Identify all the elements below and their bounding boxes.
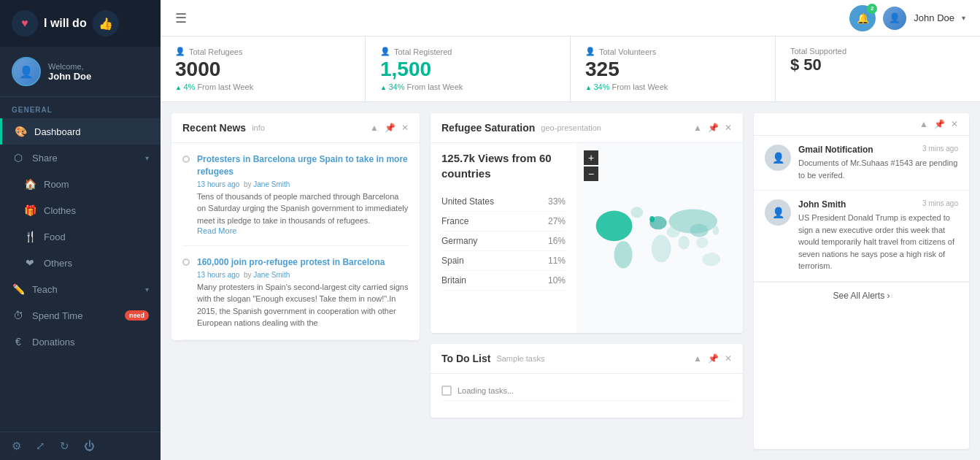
up-icon[interactable]: ▲: [919, 119, 928, 129]
sidebar-item-donations[interactable]: € Donations: [0, 329, 161, 355]
avatar-image: 👤: [13, 58, 39, 85]
power-icon[interactable]: ⏻: [84, 440, 95, 453]
logo[interactable]: ♥ I will do 👍: [12, 10, 119, 37]
expand-icon[interactable]: ⤢: [36, 440, 45, 453]
news-author: Jane Smith: [253, 271, 290, 279]
zoom-in-button[interactable]: +: [584, 150, 598, 165]
news-card-header: Recent News info ▲ 📌 ✕: [171, 113, 420, 143]
close-icon[interactable]: ✕: [725, 123, 732, 133]
up-icon[interactable]: ▲: [370, 123, 379, 133]
sidebar-item-label: Share: [32, 153, 138, 164]
sidebar-item-label: Spend Time: [32, 310, 117, 321]
stat-supported: Total Supported $ 50: [776, 37, 980, 101]
main-content: ☰ 🔔 2 👤 John Doe ▾ 👤 Total Refugees 3000…: [161, 0, 980, 460]
up-icon[interactable]: ▲: [693, 123, 702, 133]
news-meta: 13 hours ago by Jane Smith: [197, 271, 409, 279]
pin-icon[interactable]: 📌: [385, 123, 396, 133]
change-text: From last Week: [197, 83, 253, 91]
country-pct: 10%: [548, 275, 566, 285]
sidebar-header: ♥ I will do 👍: [0, 0, 161, 47]
sidebar-item-others[interactable]: ❤ Others: [0, 250, 161, 276]
zoom-out-button[interactable]: −: [584, 166, 598, 181]
topbar-username[interactable]: John Doe: [914, 12, 954, 23]
user-name: John Doe: [48, 71, 91, 82]
news-item: 160,000 join pro-refugee protest in Barc…: [182, 246, 409, 340]
hamburger-icon[interactable]: ☰: [175, 10, 187, 26]
notifications-panel: ▲ 📌 ✕ 👤 Gmail Notification 3 mins ago Do…: [754, 113, 969, 449]
refresh-icon[interactable]: ↻: [60, 440, 69, 453]
close-icon[interactable]: ✕: [725, 353, 732, 364]
notification-footer: See All Alerts ›: [754, 282, 969, 308]
stat-value: 3000: [175, 58, 350, 81]
news-meta: 13 hours ago by Jane Smith: [197, 180, 409, 188]
topbar: ☰ 🔔 2 👤 John Doe ▾: [161, 0, 980, 37]
sidebar-item-spend-time[interactable]: ⏱ Spend Time need: [0, 302, 161, 329]
sidebar-item-label: Others: [44, 258, 149, 269]
notification-text: US President Donald Trump is expected to…: [798, 212, 958, 272]
notification-header: John Smith 3 mins ago: [798, 199, 958, 210]
notification-header: Gmail Notification 3 mins ago: [798, 145, 958, 155]
donations-icon: €: [12, 336, 25, 348]
news-item-title[interactable]: Protesters in Barcelona urge Spain to ta…: [197, 153, 409, 178]
sidebar-item-teach[interactable]: ✏️ Teach ▾: [0, 276, 161, 302]
read-more-link[interactable]: Read More: [197, 226, 409, 235]
clothes-icon: 🎁: [23, 204, 36, 216]
news-item-title[interactable]: 160,000 join pro-refugee protest in Barc…: [197, 256, 409, 269]
up-icon[interactable]: ▲: [693, 353, 702, 364]
notification-bell[interactable]: 🔔 2: [849, 5, 876, 31]
card-controls: ▲ 📌 ✕: [693, 353, 732, 364]
logo-text: I will do: [44, 17, 87, 30]
country-name: Germany: [441, 236, 477, 246]
sidebar-item-clothes[interactable]: 🎁 Clothes: [0, 197, 161, 223]
todo-header: To Do List Sample tasks ▲ 📌 ✕: [431, 344, 743, 374]
left-column: Recent News info ▲ 📌 ✕ Protesters in Bar…: [171, 113, 420, 449]
country-pct: 27%: [548, 216, 566, 226]
see-all-alerts-link[interactable]: See All Alerts ›: [833, 291, 890, 301]
stat-volunteers: 👤 Total Volunteers 325 34% From last Wee…: [571, 37, 776, 101]
svg-point-4: [652, 235, 671, 262]
close-icon[interactable]: ✕: [401, 123, 409, 133]
notification-time: 3 mins ago: [922, 199, 958, 207]
close-icon[interactable]: ✕: [951, 119, 958, 129]
saturation-views: 125.7k Views from 60 countries: [441, 150, 566, 181]
topbar-dropdown-icon[interactable]: ▾: [962, 14, 965, 22]
pin-icon[interactable]: 📌: [708, 353, 719, 364]
sidebar-item-room[interactable]: 🏠 Room: [0, 171, 161, 197]
stat-value: 325: [585, 58, 760, 81]
sidebar-item-label: Clothes: [44, 205, 149, 216]
svg-point-9: [690, 223, 709, 237]
country-row: Spain 11%: [441, 251, 566, 271]
country-pct: 16%: [548, 236, 566, 246]
saturation-title: Refugee Saturation: [441, 122, 535, 134]
user-section: 👤 Welcome, John Doe: [0, 47, 161, 97]
sidebar-item-label: Food: [44, 231, 149, 242]
sidebar-item-dashboard[interactable]: 🎨 Dashboard: [0, 118, 161, 145]
news-bullet: [182, 258, 190, 266]
stat-change: 34% From last Week: [380, 83, 555, 91]
sidebar-item-label: Room: [44, 179, 149, 190]
world-map-svg: [576, 143, 743, 333]
avatar: 👤: [12, 57, 41, 86]
sidebar-item-share[interactable]: ⬡ Share ▾: [0, 145, 161, 171]
dashboard-icon: 🎨: [14, 126, 27, 137]
stat-label-text: Total Refugees: [189, 47, 242, 56]
sidebar-item-food[interactable]: 🍴 Food: [0, 223, 161, 250]
country-name: France: [441, 216, 468, 226]
settings-icon[interactable]: ⚙: [12, 440, 21, 453]
pin-icon[interactable]: 📌: [708, 123, 719, 133]
pin-icon[interactable]: 📌: [934, 119, 945, 129]
need-badge: need: [125, 310, 149, 321]
notification-avatar: 👤: [765, 145, 791, 171]
map-controls: + −: [584, 150, 598, 181]
saturation-stats: 125.7k Views from 60 countries United St…: [431, 143, 576, 333]
country-pct: 11%: [548, 256, 566, 266]
svg-point-0: [596, 211, 633, 242]
person-icon: 👤: [380, 47, 390, 56]
stat-value: $ 50: [790, 55, 965, 74]
notification-text: Documents of Mr.Suhaas #1543 are pending…: [798, 157, 958, 181]
svg-point-6: [667, 226, 680, 237]
todo-checkbox[interactable]: [441, 386, 452, 396]
notification-sender: John Smith: [798, 199, 846, 210]
content-area: Recent News info ▲ 📌 ✕ Protesters in Bar…: [161, 102, 980, 460]
stat-label: 👤 Total Registered: [380, 47, 555, 56]
